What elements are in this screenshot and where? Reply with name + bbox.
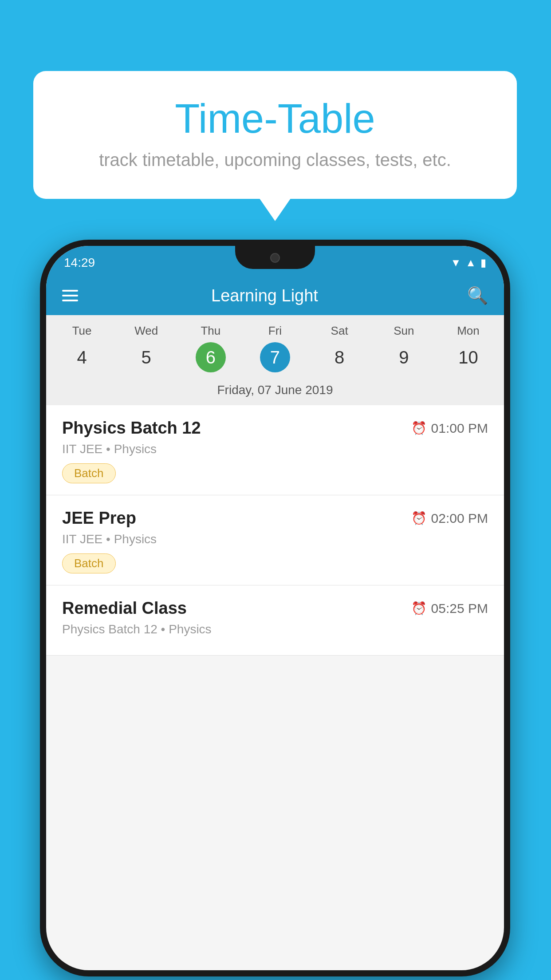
selected-date-label: Friday, 07 June 2019 [46,380,504,405]
schedule-item-title: Remedial Class [62,599,187,618]
day-header: Sat [307,324,372,338]
day-number[interactable]: 5 [114,341,178,373]
schedule-item-time: ⏰ 02:00 PM [411,511,488,526]
day-number[interactable]: 10 [436,341,500,373]
batch-badge: Batch [62,463,116,483]
schedule-item-time: ⏰ 01:00 PM [411,421,488,436]
calendar-section: TueWedThuFriSatSunMon 45678910 Friday, 0… [46,315,504,405]
batch-badge: Batch [62,553,116,573]
day-header: Tue [50,324,114,338]
schedule-item-title: Physics Batch 12 [62,419,201,438]
schedule-item-header: Remedial Class ⏰ 05:25 PM [62,599,488,618]
wifi-icon: ▼ [450,257,461,269]
tooltip-card: Time-Table track timetable, upcoming cla… [33,71,517,199]
clock-icon: ⏰ [411,421,427,435]
hamburger-line [62,295,78,296]
schedule-item-sub: IIT JEE • Physics [62,442,488,456]
schedule-item[interactable]: Remedial Class ⏰ 05:25 PM Physics Batch … [46,585,504,656]
day-number[interactable]: 9 [372,341,436,373]
schedule-item[interactable]: Physics Batch 12 ⏰ 01:00 PM IIT JEE • Ph… [46,405,504,495]
notch [235,246,315,269]
schedule-item[interactable]: JEE Prep ⏰ 02:00 PM IIT JEE • Physics Ba… [46,495,504,585]
search-button[interactable]: 🔍 [467,286,488,305]
hamburger-line [62,290,78,292]
schedule-item-sub: IIT JEE • Physics [62,532,488,546]
tooltip-title: Time-Table [60,95,490,142]
status-time: 14:29 [64,256,95,270]
day-header: Sun [372,324,436,338]
status-icons: ▼ ▲ ▮ [450,257,486,269]
day-number[interactable]: 4 [50,341,114,373]
schedule-item-header: JEE Prep ⏰ 02:00 PM [62,509,488,528]
day-number[interactable]: 6 [196,342,226,372]
screen-content: TueWedThuFriSatSunMon 45678910 Friday, 0… [46,315,504,970]
app-bar: Learning Light 🔍 [46,276,504,315]
day-header: Fri [243,324,307,338]
camera-icon [270,253,280,263]
tooltip-subtitle: track timetable, upcoming classes, tests… [60,150,490,170]
phone-wrapper: 14:29 ▼ ▲ ▮ Learning Light 🔍 [40,240,510,976]
app-title: Learning Light [91,286,439,305]
day-number[interactable]: 7 [260,342,290,372]
signal-icon: ▲ [465,257,476,269]
day-header: Mon [436,324,500,338]
day-header: Thu [178,324,243,338]
battery-icon: ▮ [480,257,486,269]
schedule-list: Physics Batch 12 ⏰ 01:00 PM IIT JEE • Ph… [46,405,504,656]
phone-shell: 14:29 ▼ ▲ ▮ Learning Light 🔍 [40,240,510,976]
schedule-item-title: JEE Prep [62,509,136,528]
day-number[interactable]: 8 [307,341,372,373]
schedule-item-header: Physics Batch 12 ⏰ 01:00 PM [62,419,488,438]
clock-icon: ⏰ [411,511,427,526]
day-headers: TueWedThuFriSatSunMon [46,315,504,341]
clock-icon: ⏰ [411,601,427,616]
hamburger-menu-button[interactable] [62,290,78,301]
hamburger-line [62,300,78,301]
phone-screen: 14:29 ▼ ▲ ▮ Learning Light 🔍 [46,246,504,970]
day-numbers: 45678910 [46,341,504,380]
day-header: Wed [114,324,178,338]
schedule-item-sub: Physics Batch 12 • Physics [62,622,488,636]
schedule-item-time: ⏰ 05:25 PM [411,601,488,616]
